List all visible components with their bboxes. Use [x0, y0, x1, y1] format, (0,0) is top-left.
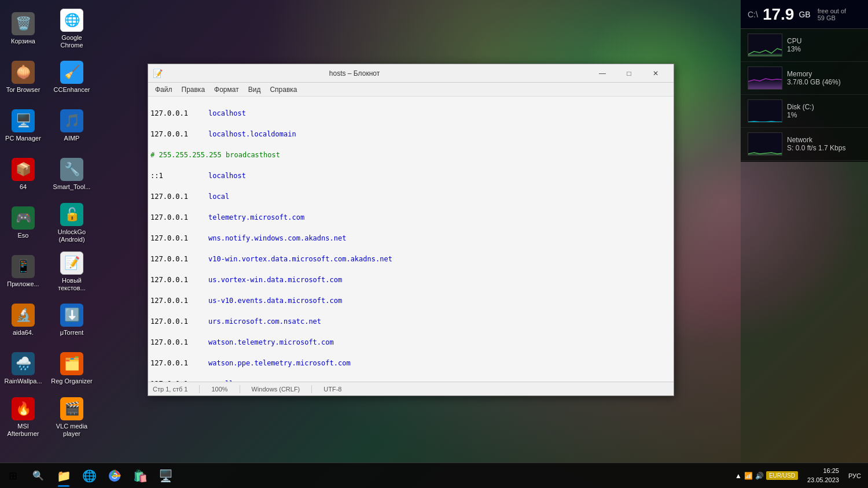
desktop-icon-utorrent[interactable]: ⬇️ μTorrent [49, 297, 95, 343]
desktop-icon-newtxt[interactable]: 📝 Новый текстов... [49, 249, 95, 295]
system-panel: C:\ 17.9 GB free out of 59 GB CPU 13% [741, 0, 868, 162]
ccenhancer-label: CCEnhancer [54, 86, 90, 94]
status-crlf: Windows (CRLF) [252, 386, 300, 393]
menu-edit[interactable]: Правка [177, 84, 210, 95]
status-position: Стр 1, стб 1 [153, 386, 187, 393]
utorrent-label: μTorrent [60, 329, 84, 337]
status-encoding: UTF-8 [323, 386, 341, 393]
desktop-icon-64[interactable]: 📦 64 [0, 151, 46, 198]
notepad-text-scroll[interactable]: 127.0.0.1 localhost 127.0.0.1 localhost.… [148, 97, 674, 382]
chrome-label: Google Chrome [51, 34, 93, 49]
disk-path-label: C:\ [748, 10, 758, 19]
desktop-icon-eso[interactable]: 🎮 Eso [0, 200, 46, 246]
desktop-icons-area: 🗑️ Корзина 🧅 Tor Browser 🖥️ PC Manager 📦… [0, 0, 98, 463]
language-indicator[interactable]: РУС [846, 472, 863, 479]
desktop-icon-aimp[interactable]: 🎵 AIMP [49, 103, 95, 149]
apps-label: Приложе... [7, 280, 39, 288]
status-zoom: 100% [211, 386, 227, 393]
network-graph [748, 132, 782, 156]
msiafter-icon: 🔥 [12, 397, 35, 420]
chrome-icon: 🌐 [60, 9, 83, 32]
notepad-titlebar[interactable]: 📝 hosts – Блокнот — □ ✕ [148, 64, 674, 83]
taskbar-clock: 16:25 23.05.2023 [803, 467, 844, 485]
tor-label: Tor Browser [6, 86, 41, 94]
regorg-icon: 🗂️ [60, 352, 83, 375]
taskbar-store[interactable]: 🛍️ [127, 463, 153, 489]
taskbar-file-explorer[interactable]: 📁 [51, 463, 76, 489]
desktop-icon-apps[interactable]: 📱 Приложе... [0, 249, 46, 295]
msiafter-label: MSI Afterburner [2, 423, 44, 438]
desktop-icon-recycle[interactable]: 🗑️ Корзина [0, 6, 46, 52]
aimp-label: AIMP [64, 135, 80, 142]
recycle-label: Корзина [11, 38, 35, 45]
taskbar-chrome[interactable] [102, 463, 127, 489]
menu-file[interactable]: Файл [150, 84, 177, 95]
taskbar-edge[interactable]: 🌐 [76, 463, 102, 489]
stat-network: Network S: 0.0 ft/s 1.7 Kbps [741, 128, 868, 161]
desktop-icon-regorg[interactable]: 🗂️ Reg Organizer [49, 346, 95, 392]
taskbar-right: ▲ 📶 🔊 EUR/USD 16:25 23.05.2023 РУС [735, 467, 868, 485]
desktop-icon-vlc[interactable]: 🎬 VLC media player [49, 394, 95, 441]
cpu-info: CPU 13% [787, 37, 861, 53]
taskbar-extra-app[interactable]: 🖥️ [153, 463, 178, 489]
network-value: S: 0.0 ft/s 1.7 Kbps [787, 144, 861, 152]
currency-badge: EUR/USD [766, 471, 798, 480]
edge-icon: 🌐 [81, 468, 97, 484]
disk-size-value: 17.9 [763, 5, 795, 24]
64-label: 64 [20, 183, 27, 191]
store-icon: 🛍️ [132, 468, 148, 484]
disk-bar: C:\ 17.9 GB free out of 59 GB [741, 0, 868, 29]
desktop-icon-pcmanager[interactable]: 🖥️ PC Manager [0, 103, 46, 149]
folder-icon: 📁 [56, 468, 72, 484]
chevron-up-icon[interactable]: ▲ [735, 472, 742, 480]
disk-value: 1% [787, 111, 861, 119]
utorrent-icon: ⬇️ [60, 304, 83, 327]
unlockgo-label: UnlockGo (Android) [51, 228, 93, 243]
clock-date: 23.05.2023 [807, 476, 839, 485]
cpu-name: CPU [787, 37, 861, 45]
network-name: Network [787, 136, 861, 144]
aida64-icon: 🔬 [12, 304, 35, 327]
memory-value: 3.7/8.0 GB (46%) [787, 78, 861, 86]
stat-memory: Memory 3.7/8.0 GB (46%) [741, 62, 868, 95]
desktop-icon-unlockgo[interactable]: 🔓 UnlockGo (Android) [49, 200, 95, 246]
desktop-icon-tor[interactable]: 🧅 Tor Browser [0, 54, 46, 101]
maximize-button[interactable]: □ [616, 64, 642, 83]
desktop-icon-rainwall[interactable]: 🌧️ RainWallpa... [0, 346, 46, 392]
stat-cpu: CPU 13% [741, 29, 868, 62]
network-info: Network S: 0.0 ft/s 1.7 Kbps [787, 136, 861, 152]
menu-view[interactable]: Вид [244, 84, 266, 95]
extra-icon: 🖥️ [157, 468, 174, 484]
network-tray-icon: 📶 [744, 472, 753, 480]
desktop-icon-ccenhancer[interactable]: 🧹 CCEnhancer [49, 54, 95, 101]
taskbar-search-button[interactable]: 🔍 [25, 463, 51, 489]
status-sep-2 [240, 385, 240, 393]
taskbar-start-button[interactable]: ⊞ [0, 463, 25, 489]
smarttool-label: Smart_Tool... [53, 183, 91, 191]
desktop-icon-smarttool[interactable]: 🔧 Smart_Tool... [49, 151, 95, 198]
notepad-statusbar: Стр 1, стб 1 100% Windows (CRLF) UTF-8 [148, 382, 674, 395]
desktop-icon-aida64[interactable]: 🔬 aida64. [0, 297, 46, 343]
disk-free-label: free out of [818, 8, 847, 14]
pcmanager-label: PC Manager [5, 135, 41, 142]
hosts-content: 127.0.0.1 localhost 127.0.0.1 localhost.… [150, 98, 671, 382]
windows-logo-icon: ⊞ [5, 468, 21, 484]
newtxt-label: Новый текстов... [51, 277, 93, 292]
desktop-icon-msiafter[interactable]: 🔥 MSI Afterburner [0, 394, 46, 441]
memory-info: Memory 3.7/8.0 GB (46%) [787, 70, 861, 86]
cpu-value: 13% [787, 45, 861, 53]
recycle-icon: 🗑️ [12, 12, 35, 35]
eso-icon: 🎮 [12, 206, 35, 230]
close-button[interactable]: ✕ [642, 64, 669, 83]
notepad-title: hosts – Блокнот [166, 69, 543, 77]
menu-format[interactable]: Формат [209, 84, 244, 95]
menu-help[interactable]: Справка [265, 84, 301, 95]
desktop-icon-chrome[interactable]: 🌐 Google Chrome [49, 6, 95, 52]
ccenhancer-icon: 🧹 [60, 61, 83, 84]
pcmanager-icon: 🖥️ [12, 109, 35, 132]
aimp-icon: 🎵 [60, 109, 83, 132]
minimize-button[interactable]: — [589, 64, 616, 83]
aida64-label: aida64. [13, 329, 34, 337]
stat-disk: Disk (C:) 1% [741, 95, 868, 128]
rainwall-label: RainWallpa... [4, 378, 42, 385]
